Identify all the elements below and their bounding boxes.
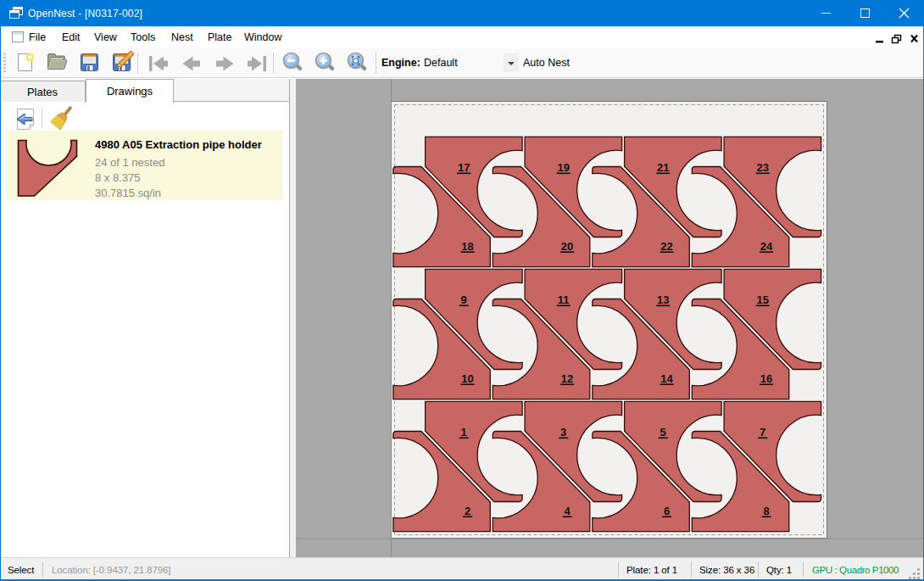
svg-text:11: 11 (558, 293, 570, 306)
svg-text:24: 24 (760, 240, 773, 253)
svg-text:20: 20 (561, 240, 573, 253)
svg-text:6: 6 (664, 505, 670, 517)
svg-text:3: 3 (560, 426, 566, 439)
svg-text:4: 4 (564, 505, 571, 517)
svg-text:16: 16 (760, 372, 772, 385)
svg-text:21: 21 (657, 161, 669, 174)
svg-text:13: 13 (657, 293, 669, 306)
svg-text:9: 9 (461, 293, 467, 306)
svg-text:2: 2 (465, 505, 470, 517)
svg-text:19: 19 (557, 161, 569, 174)
svg-text:18: 18 (461, 240, 473, 253)
svg-text:7: 7 (760, 426, 765, 439)
svg-text:17: 17 (458, 161, 470, 174)
svg-text:8: 8 (763, 505, 769, 517)
svg-text:5: 5 (660, 426, 666, 439)
svg-text:15: 15 (756, 293, 768, 306)
svg-text:14: 14 (660, 372, 673, 385)
svg-text:12: 12 (561, 372, 573, 385)
svg-text:22: 22 (660, 240, 672, 253)
svg-text:23: 23 (756, 161, 768, 174)
svg-text:10: 10 (461, 372, 473, 385)
svg-text:1: 1 (461, 426, 467, 439)
